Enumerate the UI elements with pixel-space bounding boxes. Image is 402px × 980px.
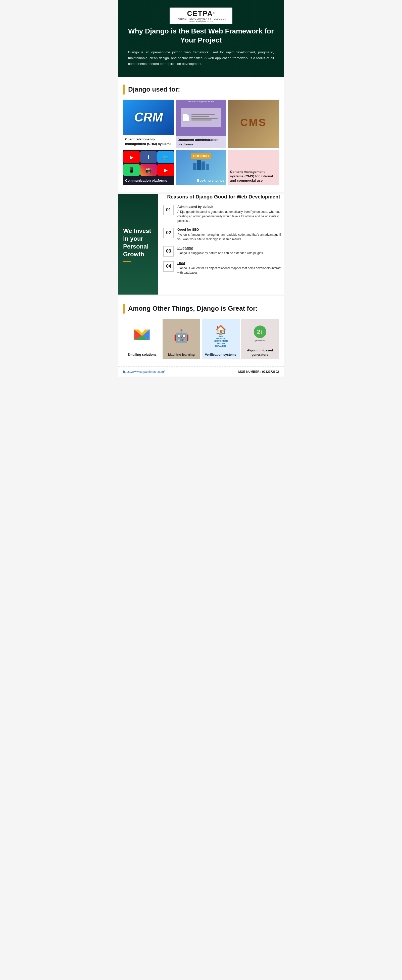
grid-cell-crm: CRM Client relationship management (CRM)… [123, 100, 174, 148]
reason-item-3: 03 Pluggable Django is pluggable by natu… [163, 246, 284, 256]
buildings-row [193, 160, 209, 170]
title-bar-accent [123, 84, 125, 95]
reason-text-4: ORM Django is valued for its object-rela… [177, 261, 284, 275]
house-icon: 🏠 [214, 325, 228, 335]
instagram-icon: 📸 [140, 164, 157, 176]
reason-heading-1: Admin panel by default [177, 205, 284, 208]
reason-text-2: Good for SEO Python is famous for having… [177, 228, 284, 242]
logo-tagline: TRAINING | DEVELOPMENT | PLACEMENT [174, 18, 228, 20]
reason-heading-3: Pluggable [177, 246, 264, 250]
crm-text-icon: CRM [134, 110, 163, 124]
invest-text: We Invest in your Personal Growth [123, 227, 153, 262]
reasons-title: Reasons of Django Good for Web Developme… [163, 194, 284, 200]
other-grid: Emailing solutions 🤖 Machine learning 🏠 … [123, 319, 279, 359]
grid-cell-cms-photo: CMS [228, 100, 279, 148]
reason-num-4: 04 [163, 261, 174, 272]
logo-box: CETPA® TRAINING | DEVELOPMENT | PLACEMEN… [169, 8, 233, 24]
algo-visual: 2↑ generator [254, 326, 266, 342]
verify-icon-area: 🏠 AVSADDRESSVERIFICATIONSYSTEMEXPLAINED [203, 321, 238, 351]
email-icon-area [125, 321, 160, 351]
avs-label-text: AVSADDRESSVERIFICATIONSYSTEMEXPLAINED [214, 335, 228, 347]
reason-body-1: A Django admin panel is generated automa… [177, 210, 284, 223]
building-1 [193, 163, 196, 170]
reason-text-1: Admin panel by default A Django admin pa… [177, 205, 284, 223]
cms-content-label: Content management systems (CMS) for int… [230, 170, 277, 183]
grid-cell-verify: 🏠 AVSADDRESSVERIFICATIONSYSTEMEXPLAINED … [202, 319, 240, 359]
grid-cell-cms-content: Content management systems (CMS) for int… [228, 150, 279, 185]
grid-cell-booking: BOOKING Booking engines [176, 150, 226, 185]
reason-num-3: 03 [163, 246, 174, 256]
section-used-title: Django used for: [128, 86, 180, 93]
building-3 [201, 161, 205, 170]
algo-icon-area: 2↑ generator [243, 321, 278, 347]
other-title: Among Other Things, Django is Great for: [128, 305, 258, 312]
crm-label: Client relationship management (CRM) sys… [125, 137, 172, 146]
section-used-for: Django used for: CRM Client relationship… [118, 77, 284, 192]
doc-screen-label-text: Document Management System [188, 100, 214, 102]
algo-circle: 2↑ [254, 326, 266, 338]
ml-icon-area: 🤖 [164, 321, 199, 351]
crm-label-area: Client relationship management (CRM) sys… [123, 135, 174, 148]
youtube2-icon: ▶ [157, 164, 174, 176]
hero-description: Django is an open-source python web fram… [128, 49, 274, 67]
social-grid: ▶ f 🐦 📱 📸 ▶ [123, 151, 174, 176]
logo-url: www.cetpainfotech.com [174, 20, 228, 23]
section-title-bar: Django used for: [123, 84, 279, 95]
footer-url[interactable]: https://www.cetpainfotech.com/ [123, 370, 165, 374]
cms-letters: CMS [240, 116, 267, 129]
reason-heading-2: Good for SEO [177, 228, 284, 231]
verify-label: Verification systems [205, 353, 236, 357]
hero-title: Why Django is the Best Web Framework for… [128, 27, 274, 45]
doc-label: Document administration platforms [178, 138, 218, 146]
reasons-left-content: We Invest in your Personal Growth [123, 227, 153, 262]
algo-label: Algorithm-based generators [243, 348, 278, 357]
booking-sign: BOOKING [191, 153, 211, 159]
underline-bar [123, 261, 131, 262]
whatsapp-icon: 📱 [123, 164, 140, 176]
logo-name: CETPA® [174, 10, 228, 18]
twitter-icon: 🐦 [157, 151, 174, 163]
doc-icon: 📄 [182, 113, 190, 122]
reason-heading-4: ORM [177, 261, 284, 265]
reasons-left-panel: We Invest in your Personal Growth [118, 194, 158, 294]
other-title-bar: Among Other Things, Django is Great for: [123, 304, 279, 314]
grid-cell-email: Emailing solutions [123, 319, 161, 359]
grid-cell-comm: ▶ f 🐦 📱 📸 ▶ Communication platforms [123, 150, 174, 185]
hero-section: CETPA® TRAINING | DEVELOPMENT | PLACEMEN… [118, 0, 284, 77]
youtube-icon: ▶ [123, 151, 140, 163]
comm-label-area: Communication platforms [123, 176, 174, 185]
comm-label: Communication platforms [125, 178, 167, 182]
grid-cell-ml: 🤖 Machine learning [163, 319, 201, 359]
reason-body-3: Django is pluggable by nature and can be… [177, 251, 264, 255]
doc-screen-visual: Document Management System 📄 [176, 100, 226, 136]
reason-num-1: 01 [163, 205, 174, 215]
other-title-accent [123, 304, 125, 314]
section-other: Among Other Things, Django is Great for: [118, 296, 284, 366]
building-2 [197, 160, 201, 170]
footer-mob: MOB NUMBER : 9212172602 [239, 370, 279, 374]
section-reasons: We Invest in your Personal Growth Reason… [118, 194, 284, 294]
reason-item-4: 04 ORM Django is valued for its object-r… [163, 261, 284, 275]
algo-sublabel: generator [255, 339, 265, 342]
doc-lines [192, 114, 220, 121]
avs-icon: 🏠 AVSADDRESSVERIFICATIONSYSTEMEXPLAINED [214, 325, 228, 347]
crm-visual: CRM [123, 100, 174, 135]
footer: https://www.cetpainfotech.com/ MOB NUMBE… [118, 366, 284, 377]
reason-text-3: Pluggable Django is pluggable by nature … [177, 246, 264, 255]
reasons-right-panel: Reasons of Django Good for Web Developme… [158, 194, 284, 294]
building-4 [206, 164, 209, 170]
doc-screen-inner: 📄 [180, 108, 222, 127]
gmail-icon [133, 326, 151, 344]
booking-label: Booking engines [197, 178, 225, 183]
grid-cell-doc: Document Management System 📄 Document ad… [176, 100, 226, 148]
used-for-grid: CRM Client relationship management (CRM)… [123, 100, 279, 185]
reason-body-4: Django is valued for its object-relation… [177, 266, 284, 275]
email-label: Emailing solutions [127, 353, 157, 357]
cms-photo-visual: CMS [228, 100, 279, 146]
grid-cell-algo: 2↑ generator Algorithm-based generators [241, 319, 279, 359]
doc-label-area: Document administration platforms [176, 136, 226, 148]
robot-icon: 🤖 [174, 329, 189, 343]
facebook-icon: f [140, 151, 157, 163]
reason-item-2: 02 Good for SEO Python is famous for hav… [163, 228, 284, 242]
reason-item-1: 01 Admin panel by default A Django admin… [163, 205, 284, 223]
